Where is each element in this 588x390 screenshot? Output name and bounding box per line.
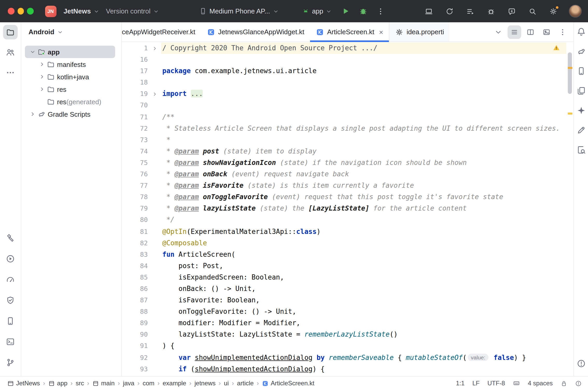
code-line-70[interactable]: 70: [122, 100, 566, 111]
breadcrumb-java[interactable]: java: [122, 380, 135, 387]
tree-item-gradle-scripts[interactable]: Gradle Scripts: [25, 108, 115, 120]
pull-requests-button[interactable]: [3, 45, 18, 60]
code-line-76[interactable]: 76 * @param onBack (event) request navig…: [122, 169, 566, 180]
sync-project-button[interactable]: [442, 4, 457, 18]
code-line-91[interactable]: 91) {: [122, 340, 566, 352]
code-line-18[interactable]: 18: [122, 77, 566, 88]
compose-preview-button[interactable]: [575, 124, 587, 136]
line-number[interactable]: 79: [122, 203, 148, 214]
tree-item-app[interactable]: app: [25, 46, 115, 58]
line-number[interactable]: 85: [122, 272, 148, 283]
settings-button[interactable]: [546, 4, 561, 18]
breadcrumb-com[interactable]: com: [142, 380, 155, 387]
code-line-87[interactable]: 87 isFavorite: Boolean,: [122, 295, 566, 306]
editor-layout-list-button[interactable]: [508, 25, 521, 39]
line-number[interactable]: 19: [122, 88, 148, 100]
code-area[interactable]: 1/ Copyright 2020 The Android Open Sourc…: [122, 42, 566, 376]
line-number[interactable]: 77: [122, 180, 148, 191]
line-separator-widget[interactable]: LF: [472, 380, 480, 387]
tab-jetnewsglanceappwidget-kt[interactable]: JetnewsGlanceAppWidget.kt: [201, 22, 310, 41]
chevron-right-icon[interactable]: [39, 86, 45, 92]
minimize-window-button[interactable]: [17, 8, 24, 15]
code-line-93[interactable]: 93 if (showUnimplementedActionDialog) {: [122, 363, 566, 375]
project-view-selector[interactable]: Android: [21, 22, 121, 41]
code-line-90[interactable]: 90 lazyListState: LazyListState = rememb…: [122, 329, 566, 340]
more-tool-windows-button[interactable]: [3, 65, 18, 80]
breadcrumb-main[interactable]: main: [91, 380, 116, 387]
project-tool-button[interactable]: [3, 25, 18, 39]
editor[interactable]: 1/ Copyright 2020 The Android Open Sourc…: [122, 42, 573, 376]
tab-articlescreen-kt[interactable]: ArticleScreen.kt×: [310, 22, 389, 41]
debugger-tools-button[interactable]: [484, 4, 498, 18]
warning-stripe-mark[interactable]: [568, 113, 572, 115]
indent-widget[interactable]: 4 spaces: [528, 380, 553, 387]
version-control-button[interactable]: [3, 355, 18, 370]
code-line-72[interactable]: 72 * Stateless Article Screen that displ…: [122, 123, 566, 134]
line-number[interactable]: 75: [122, 157, 148, 169]
editor-preview-button[interactable]: [540, 25, 553, 39]
line-number[interactable]: 91: [122, 340, 148, 352]
editor-more-button[interactable]: [556, 25, 569, 39]
code-line-17[interactable]: 17package com.example.jetnews.ui.article: [122, 65, 566, 77]
line-number[interactable]: 72: [122, 123, 148, 134]
chevron-right-icon[interactable]: [39, 61, 45, 67]
device-mirroring-button[interactable]: [422, 4, 436, 18]
line-number[interactable]: 81: [122, 226, 148, 237]
code-line-88[interactable]: 88 onToggleFavorite: () -> Unit,: [122, 306, 566, 317]
line-number[interactable]: 89: [122, 318, 148, 329]
project-selector[interactable]: JetNews: [60, 5, 103, 17]
tab-list-button[interactable]: [492, 25, 505, 39]
ai-assistant-button[interactable]: [505, 4, 519, 18]
code-line-82[interactable]: 82@Composable: [122, 237, 566, 249]
user-avatar[interactable]: [569, 5, 582, 18]
tree-item-manifests[interactable]: manifests: [25, 58, 115, 71]
encoding-widget[interactable]: UTF-8: [487, 380, 505, 387]
code-line-75[interactable]: 75 * @param showNavigationIcon (state) i…: [122, 157, 566, 169]
line-number[interactable]: 87: [122, 295, 148, 306]
code-line-79[interactable]: 79 * @param lazyListState (state) the [L…: [122, 203, 566, 214]
notifications-button[interactable]: [575, 25, 587, 38]
more-run-actions-button[interactable]: [374, 4, 388, 18]
line-number[interactable]: 86: [122, 283, 148, 295]
tree-item-res[interactable]: res: [25, 83, 115, 95]
app-quality-insights-button[interactable]: [3, 293, 18, 308]
breadcrumb-articlescreen-kt[interactable]: ArticleScreen.kt: [261, 380, 315, 387]
code-line-78[interactable]: 78 * @param onToggleFavorite (event) req…: [122, 191, 566, 203]
editor-split-button[interactable]: [524, 25, 537, 39]
line-number[interactable]: 93: [122, 363, 148, 375]
breadcrumb-jetnews[interactable]: JetNews: [6, 380, 41, 387]
line-number[interactable]: 80: [122, 214, 148, 226]
code-line-19[interactable]: 19import ...: [122, 88, 566, 100]
code-line-81[interactable]: 81@OptIn(ExperimentalMaterial3Api::class…: [122, 226, 566, 237]
tree-item-kotlin-java[interactable]: kotlin+java: [25, 71, 115, 83]
gemini-button[interactable]: [575, 104, 587, 117]
inspections-widget[interactable]: [552, 44, 561, 52]
line-number[interactable]: 83: [122, 249, 148, 260]
breadcrumb-ui[interactable]: ui: [223, 380, 230, 387]
code-line-73[interactable]: 73 *: [122, 134, 566, 146]
run-configuration-selector[interactable]: app: [298, 5, 335, 17]
line-number[interactable]: 88: [122, 306, 148, 317]
gradle-button[interactable]: [575, 45, 587, 58]
code-line-84[interactable]: 84 post: Post,: [122, 260, 566, 272]
code-line-74[interactable]: 74 * @param post (state) item to display: [122, 146, 566, 157]
device-manager-button[interactable]: [3, 314, 18, 328]
code-line-16[interactable]: 16: [122, 54, 566, 65]
tree-item-res-generated[interactable]: res (generated): [25, 95, 115, 108]
zoom-window-button[interactable]: [27, 8, 33, 15]
profiler-button[interactable]: [3, 272, 18, 287]
run-tool-button[interactable]: [3, 252, 18, 266]
line-number[interactable]: 84: [122, 260, 148, 272]
fold-arrow-icon[interactable]: [148, 88, 161, 100]
chevron-right-icon[interactable]: [30, 111, 36, 117]
resource-manager-button[interactable]: [575, 85, 587, 97]
breadcrumb-example[interactable]: example: [162, 380, 187, 387]
code-line-77[interactable]: 77 * @param isFavorite (state) is this i…: [122, 180, 566, 191]
device-selector[interactable]: Medium Phone AP...: [196, 5, 282, 17]
line-number[interactable]: 90: [122, 329, 148, 340]
line-number[interactable]: 71: [122, 111, 148, 123]
keyboard-widget[interactable]: [513, 380, 520, 387]
problems-button[interactable]: [575, 357, 587, 370]
line-number[interactable]: 1: [122, 43, 148, 54]
tab-ceappwidgetreceiver-kt[interactable]: ceAppWidgetReceiver.kt: [122, 22, 201, 41]
